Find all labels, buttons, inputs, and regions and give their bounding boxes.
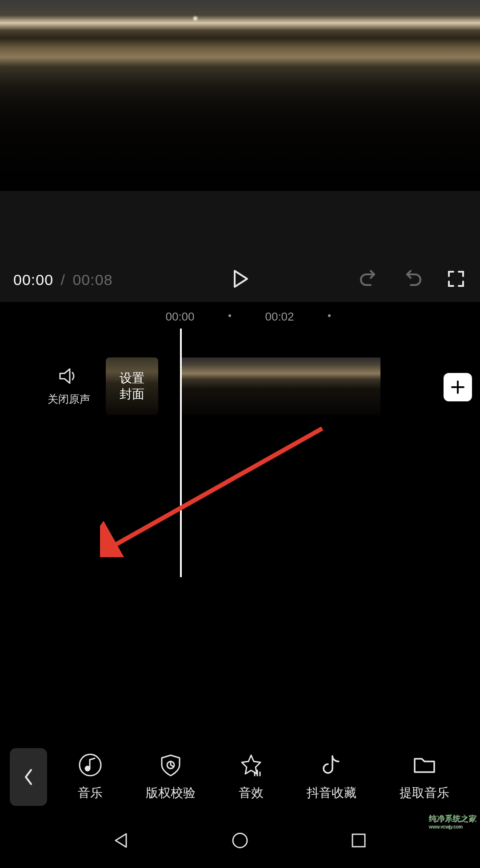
undo-button[interactable]	[358, 268, 380, 291]
play-button[interactable]	[229, 268, 251, 291]
tool-music[interactable]: 音乐	[78, 753, 103, 801]
nav-back[interactable]	[112, 831, 131, 852]
watermark: 纯净系统之家 www.vcwjy.com	[428, 813, 476, 829]
tool-label: 音效	[239, 785, 264, 801]
total-time: 00:08	[72, 271, 112, 288]
fullscreen-button[interactable]	[445, 268, 467, 291]
undo-icon	[358, 268, 380, 289]
set-cover-button[interactable]: 设置 封面	[106, 357, 158, 415]
timeline[interactable]: 关闭原声 设置 封面	[0, 329, 480, 577]
cover-label: 设置 封面	[120, 370, 144, 403]
clip-frame	[181, 357, 231, 415]
tool-label: 提取音乐	[400, 785, 449, 801]
douyin-icon	[319, 753, 344, 777]
timeline-ruler[interactable]: 00:00 00:02	[0, 302, 480, 329]
clip-frame	[231, 357, 281, 415]
tool-label: 版权校验	[146, 785, 196, 801]
ruler-mark: 00:00	[165, 310, 194, 324]
speaker-icon	[58, 366, 80, 386]
chevron-left-icon	[22, 767, 35, 787]
nav-home[interactable]	[231, 831, 249, 852]
watermark-line2: www.vcwjy.com	[428, 824, 476, 829]
plus-icon	[450, 380, 465, 395]
video-preview[interactable]	[0, 0, 480, 191]
music-note-icon	[78, 753, 103, 777]
ruler-mark: 00:02	[265, 310, 294, 324]
video-clip[interactable]	[181, 357, 380, 415]
current-time: 00:00	[13, 271, 53, 288]
tool-label: 抖音收藏	[307, 785, 356, 801]
expand-icon	[445, 268, 467, 289]
ruler-dot	[228, 314, 231, 317]
nav-recents[interactable]	[349, 831, 368, 852]
svg-marker-0	[235, 271, 247, 287]
tool-sfx[interactable]: 音效	[239, 753, 264, 801]
toolbar-items: 音乐 版权校验 音效 抖音收藏	[47, 753, 480, 801]
tool-extract-music[interactable]: 提取音乐	[400, 753, 449, 801]
svg-marker-11	[116, 834, 126, 847]
mute-label: 关闭原声	[44, 392, 93, 406]
time-separator: /	[61, 271, 65, 288]
shield-check-icon	[158, 753, 183, 777]
toolbar-back-button[interactable]	[10, 748, 47, 806]
playhead[interactable]	[180, 329, 182, 577]
clip-frame	[331, 357, 380, 415]
tool-label: 音乐	[78, 785, 103, 801]
redo-button[interactable]	[402, 268, 423, 291]
right-controls	[358, 268, 467, 291]
add-clip-button[interactable]	[444, 373, 472, 401]
triangle-left-icon	[112, 831, 131, 850]
svg-point-12	[233, 833, 247, 848]
playback-controls: 00:00 / 00:08	[0, 258, 480, 302]
redo-icon	[402, 268, 423, 289]
ruler-dot	[328, 314, 331, 317]
time-display: 00:00 / 00:08	[13, 271, 113, 289]
svg-rect-13	[352, 834, 365, 847]
folder-icon	[412, 753, 437, 777]
clip-frame	[281, 357, 331, 415]
watermark-line1: 纯净系统之家	[428, 814, 476, 823]
star-sound-icon	[239, 753, 264, 777]
audio-toolbar: 音乐 版权校验 音效 抖音收藏	[0, 739, 480, 815]
mute-original-button[interactable]: 关闭原声	[44, 366, 93, 406]
android-navbar	[0, 815, 480, 868]
tool-copyright[interactable]: 版权校验	[146, 753, 196, 801]
circle-icon	[231, 831, 249, 850]
play-icon	[229, 268, 251, 289]
square-icon	[349, 831, 368, 850]
preview-gap	[0, 191, 480, 258]
tool-douyin-fav[interactable]: 抖音收藏	[307, 753, 356, 801]
